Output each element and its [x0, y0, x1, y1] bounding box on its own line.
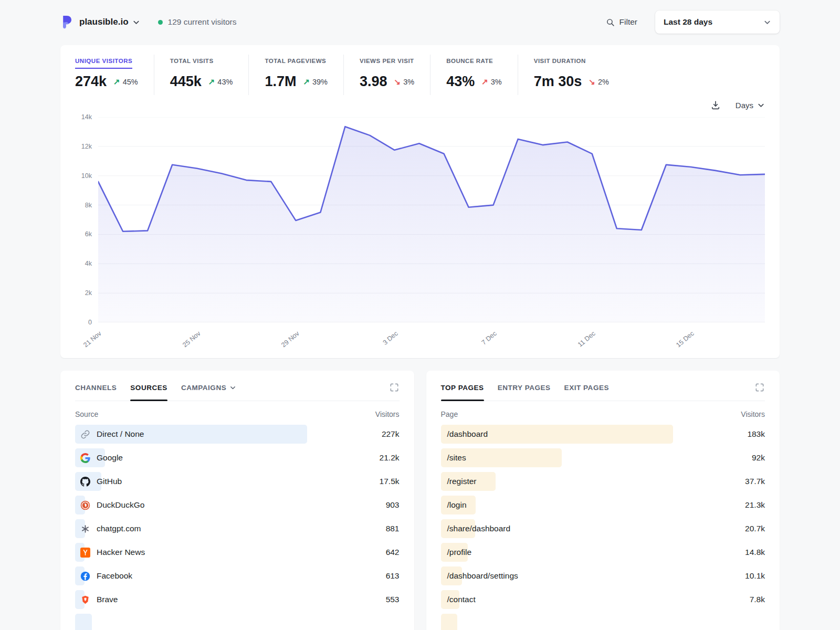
expand-panel-icon[interactable]	[389, 382, 400, 393]
source-row[interactable]: Hacker News642	[75, 543, 400, 562]
tab-label: TOP PAGES	[441, 384, 484, 392]
tab-label: ENTRY PAGES	[498, 384, 551, 392]
source-row-name: Facebook	[97, 571, 132, 581]
y-axis-tick: 14k	[81, 113, 92, 121]
row-label: Google	[75, 448, 354, 467]
page-row[interactable]: /login21.3k	[441, 496, 765, 514]
page-row-visitors: 37.7k	[720, 477, 765, 486]
row-bar	[75, 614, 92, 630]
metric-change: ↗3%	[481, 77, 502, 87]
y-axis-tick: 12k	[81, 143, 92, 150]
row-label: Facebook	[75, 566, 354, 585]
page-row[interactable]: /dashboard/settings10.1k	[441, 566, 765, 585]
source-row[interactable]: chatgpt.com881	[75, 519, 400, 538]
tab-entry-pages[interactable]: ENTRY PAGES	[498, 384, 551, 392]
x-axis-tick-label: 25 Nov	[181, 330, 202, 349]
column-headers: PageVisitors	[441, 410, 765, 418]
column-header-right: Visitors	[741, 410, 765, 418]
visitors-line-chart[interactable]	[98, 117, 765, 322]
page-row-visitors: 7.8k	[720, 595, 765, 604]
source-row[interactable]: GitHub17.5k	[75, 472, 400, 491]
interval-dropdown[interactable]: Days	[736, 101, 765, 110]
pages-panel: TOP PAGESENTRY PAGESEXIT PAGESPageVisito…	[426, 371, 780, 630]
tab-campaigns[interactable]: CAMPAIGNS	[181, 384, 236, 392]
page-row[interactable]: /register37.7k	[441, 472, 765, 491]
metric-label: TOTAL PAGEVIEWS	[265, 58, 326, 69]
metric-visit-duration[interactable]: VISIT DURATION7m 30s↘2%	[518, 55, 625, 95]
chart-area: 02k4k6k8k10k12k14k	[75, 117, 765, 322]
row-bar-area	[75, 614, 354, 630]
metric-bounce-rate[interactable]: BOUNCE RATE43%↗3%	[430, 55, 518, 95]
page-row[interactable]: /sites92k	[441, 448, 765, 467]
page-row-name: /sites	[447, 453, 466, 463]
row-label: chatgpt.com	[75, 519, 354, 538]
expand-panel-icon[interactable]	[754, 382, 765, 393]
openai-icon	[80, 524, 90, 534]
panel-tabs: TOP PAGESENTRY PAGESEXIT PAGES	[441, 382, 765, 401]
column-header-right: Visitors	[375, 410, 400, 418]
metric-change: ↘2%	[589, 77, 609, 87]
tab-top-pages[interactable]: TOP PAGES	[441, 384, 484, 392]
row-bar-area: chatgpt.com	[75, 519, 354, 538]
page-row[interactable]: /share/dashboard20.7k	[441, 519, 765, 538]
row-bar-area: GitHub	[75, 472, 354, 491]
arrow-up-icon: ↗	[481, 77, 488, 87]
github-icon	[80, 477, 90, 487]
page-row[interactable]: /dashboard183k	[441, 425, 765, 444]
x-axis: 21 Nov25 Nov29 Nov3 Dec7 Dec11 Dec15 Dec	[98, 322, 765, 353]
metric-label: VIEWS PER VISIT	[360, 58, 414, 69]
chevron-down-icon	[757, 101, 765, 109]
source-row-name: Brave	[97, 595, 118, 604]
source-row[interactable]: Facebook613	[75, 566, 400, 585]
page-row[interactable]: /contact7.8k	[441, 590, 765, 609]
tab-channels[interactable]: CHANNELS	[75, 384, 117, 392]
page-row-name: /dashboard/settings	[447, 571, 518, 581]
filter-button[interactable]: Filter	[606, 17, 637, 27]
chevron-down-icon	[229, 384, 236, 391]
page-row[interactable]: /profile14.8k	[441, 543, 765, 562]
metric-views-per-visit[interactable]: VIEWS PER VISIT3.98↘3%	[343, 55, 430, 95]
current-visitors[interactable]: 129 current visitors	[158, 17, 237, 27]
y-axis-tick: 8k	[85, 202, 92, 209]
tab-sources[interactable]: SOURCES	[130, 384, 167, 392]
source-row[interactable]: Direct / None227k	[75, 425, 400, 444]
row-label: /profile	[441, 543, 720, 562]
row-bar-area: Facebook	[75, 566, 354, 585]
metric-total-visits[interactable]: TOTAL VISITS445k↗43%	[154, 55, 249, 95]
date-range-label: Last 28 days	[664, 17, 712, 27]
live-dot-icon	[158, 20, 163, 25]
breakdown-panels: CHANNELSSOURCESCAMPAIGNSSourceVisitorsDi…	[60, 371, 780, 630]
metric-label: BOUNCE RATE	[446, 58, 493, 69]
row-bar-area: Brave	[75, 590, 354, 609]
source-row[interactable]: Google21.2k	[75, 448, 400, 467]
row-label: /contact	[441, 590, 720, 609]
row-bar-area	[441, 614, 720, 630]
metric-value: 445k	[170, 74, 202, 90]
source-row[interactable]: Brave553	[75, 590, 400, 609]
date-range-picker[interactable]: Last 28 days	[655, 10, 780, 34]
brave-icon	[80, 595, 90, 605]
download-icon[interactable]	[710, 100, 721, 110]
source-row-name: Hacker News	[97, 548, 145, 557]
metric-change-pct: 39%	[312, 78, 328, 86]
metric-change-pct: 43%	[217, 78, 233, 86]
source-row-visitors: 553	[354, 595, 400, 604]
row-label: /register	[441, 472, 720, 491]
source-row-visitors: 21.2k	[354, 453, 400, 463]
metric-change: ↘3%	[394, 77, 415, 87]
metric-unique-visitors[interactable]: UNIQUE VISITORS274k↗45%	[75, 55, 154, 95]
metric-value-row: 3.98↘3%	[360, 74, 414, 90]
metric-total-pageviews[interactable]: TOTAL PAGEVIEWS1.7M↗39%	[248, 55, 343, 95]
metric-value-row: 1.7M↗39%	[265, 74, 328, 90]
source-row-clipped	[75, 614, 400, 630]
filter-label: Filter	[620, 17, 637, 27]
row-bar-area: Google	[75, 448, 354, 467]
arrow-down-icon: ↘	[589, 77, 595, 87]
site-switcher[interactable]: plausible.io	[60, 15, 140, 29]
page-row-name: /share/dashboard	[447, 524, 511, 533]
arrow-up-icon: ↗	[208, 77, 215, 87]
sources-panel: CHANNELSSOURCESCAMPAIGNSSourceVisitorsDi…	[60, 371, 414, 630]
metric-change-pct: 3%	[403, 78, 414, 86]
tab-exit-pages[interactable]: EXIT PAGES	[564, 384, 609, 392]
source-row[interactable]: DuckDuckGo903	[75, 496, 400, 514]
